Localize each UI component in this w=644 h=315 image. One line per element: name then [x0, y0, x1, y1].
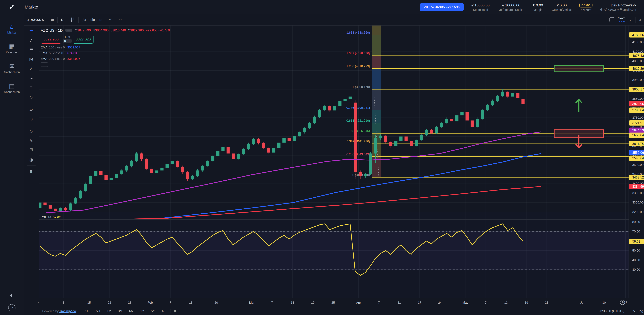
remove-drawings-icon[interactable]: 🗑 — [27, 167, 36, 176]
candle-body[interactable] — [267, 148, 270, 153]
candle-body[interactable] — [201, 166, 204, 171]
candle-body[interactable] — [445, 119, 448, 123]
candle-body[interactable] — [48, 205, 52, 208]
candle-body[interactable] — [115, 174, 118, 178]
pattern-tool-icon[interactable]: ⋈ — [27, 55, 36, 63]
candle-body[interactable] — [54, 208, 57, 211]
candle-body[interactable] — [64, 208, 67, 210]
candle-body[interactable] — [440, 123, 443, 127]
candle-body[interactable] — [237, 154, 240, 159]
candle-body[interactable] — [506, 92, 509, 97]
ruler-tool-icon[interactable]: ▱ — [27, 105, 36, 114]
ema-legend-row[interactable]: EMA100 close 0 3559.067 — [41, 46, 172, 49]
candle-body[interactable] — [211, 156, 214, 161]
symbol-search[interactable]: ⌕ AZO.US — [24, 14, 47, 25]
candle-body[interactable] — [145, 159, 148, 169]
undo-button[interactable]: ↶ — [106, 14, 116, 25]
lock-all-icon[interactable]: ⚿ — [27, 146, 36, 154]
candle-body[interactable] — [282, 138, 286, 143]
indicators-button[interactable]: ƒx Indicators — [79, 14, 106, 25]
candle-body[interactable] — [486, 105, 489, 110]
candle-body[interactable] — [226, 147, 230, 154]
candle-body[interactable] — [323, 106, 326, 110]
candle-body[interactable] — [501, 92, 504, 96]
candle-body[interactable] — [69, 203, 72, 210]
candle-body[interactable] — [491, 101, 494, 105]
candle-body[interactable] — [400, 137, 402, 141]
candle-body[interactable] — [59, 208, 62, 211]
candle-body[interactable] — [359, 172, 362, 176]
chart-area[interactable]: 1.618 (4188.560)1.382 (4078.430)1.236 (4… — [24, 25, 644, 315]
compare-add-symbol-button[interactable]: ⊕ — [48, 14, 58, 25]
candle-body[interactable] — [191, 176, 194, 179]
candle-body[interactable] — [262, 143, 265, 148]
candle-body[interactable] — [471, 121, 474, 127]
candle-body[interactable] — [89, 176, 92, 184]
candle-body[interactable] — [176, 161, 179, 167]
candle-body[interactable] — [216, 151, 220, 156]
candle-body[interactable] — [511, 93, 514, 97]
text-tool-icon[interactable]: T — [27, 83, 36, 92]
candle-body[interactable] — [222, 147, 224, 151]
candle-body[interactable] — [232, 154, 235, 159]
candle-body[interactable] — [379, 136, 382, 138]
candle-body[interactable] — [160, 168, 164, 171]
candle-body[interactable] — [338, 101, 342, 106]
scale-button-log[interactable]: log — [639, 309, 643, 313]
range-button-5d[interactable]: 5D — [94, 308, 102, 314]
candle-body[interactable] — [318, 110, 321, 117]
interval-button[interactable]: D — [58, 14, 67, 25]
candle-body[interactable] — [242, 149, 245, 154]
candle-body[interactable] — [150, 169, 154, 173]
drawing-lock-icon[interactable]: ✎ — [27, 136, 36, 145]
range-button-5y[interactable]: 5Y — [149, 308, 157, 314]
candle-body[interactable] — [257, 139, 260, 143]
sidebar-item-kalender-1[interactable]: ▦ Kalender — [0, 43, 24, 54]
chevron-down-icon[interactable]: ⌄ — [629, 18, 632, 22]
range-button-6m[interactable]: 6M — [127, 308, 136, 314]
candle-body[interactable] — [389, 142, 392, 146]
candle-body[interactable] — [74, 198, 77, 203]
candle-body[interactable] — [186, 172, 189, 179]
candle-body[interactable] — [181, 167, 184, 172]
trade-zone-rect[interactable] — [554, 65, 604, 72]
range-button-3m[interactable]: 3M — [116, 308, 125, 314]
candle-body[interactable] — [404, 137, 408, 141]
candle-body[interactable] — [450, 119, 454, 121]
candle-body[interactable] — [44, 202, 46, 205]
candle-body[interactable] — [435, 127, 438, 133]
candle-body[interactable] — [84, 184, 87, 191]
candle-body[interactable] — [455, 115, 458, 121]
contrast-icon[interactable]: ◐ — [8, 292, 15, 298]
candle-body[interactable] — [364, 174, 367, 176]
candle-body[interactable] — [369, 154, 372, 174]
candle-body[interactable] — [344, 99, 346, 101]
candle-body[interactable] — [206, 161, 209, 166]
candle-body[interactable] — [308, 123, 311, 128]
tradingview-link[interactable]: TradingView — [60, 309, 76, 313]
sidebar-item-nachrichten-3[interactable]: ▤ Nachrichten — [0, 83, 24, 94]
range-button-1m[interactable]: 1M — [104, 308, 114, 314]
candle-body[interactable] — [79, 191, 82, 198]
fib-retracement-tool-icon[interactable]: ☰ — [27, 45, 36, 54]
candle-body[interactable] — [481, 110, 484, 119]
legend-more-icon[interactable]: — — [65, 29, 72, 32]
candle-body[interactable] — [430, 130, 433, 133]
candle-body[interactable] — [328, 106, 331, 110]
candle-body[interactable] — [476, 119, 479, 127]
clock-label[interactable]: 23:38:50 (UTC+2) — [598, 309, 624, 313]
candle-body[interactable] — [130, 161, 133, 166]
quick-search-icon[interactable]: ⌕ — [639, 18, 641, 22]
save-layout-button[interactable]: Save Save — [618, 16, 626, 23]
ema-legend-row[interactable]: EMA50 close 0 3674.339 — [41, 51, 172, 55]
candle-body[interactable] — [252, 139, 255, 144]
buy-button[interactable]: 3827.020 — [73, 35, 94, 44]
candle-body[interactable] — [384, 136, 387, 142]
ema-legend-row[interactable]: EMA200 close 0 3384.996 — [41, 57, 172, 61]
price-chart[interactable]: 1.618 (4188.560)1.382 (4078.430)1.236 (4… — [24, 25, 644, 315]
candle-body[interactable] — [288, 138, 291, 141]
candle-body[interactable] — [348, 97, 352, 99]
chart-style-button[interactable]: ╽╿ — [67, 14, 78, 25]
candle-body[interactable] — [110, 178, 113, 180]
candle-body[interactable] — [247, 144, 250, 149]
